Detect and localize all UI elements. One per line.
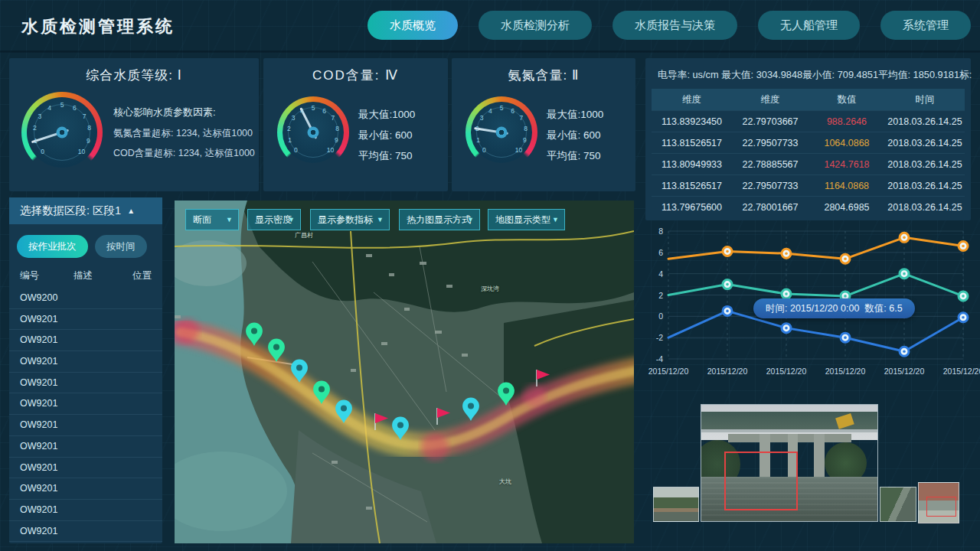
svg-text:2015/12/20: 2015/12/20: [707, 367, 748, 376]
svg-text:6: 6: [658, 248, 663, 257]
cell-lng: 113.81526517: [652, 138, 732, 148]
stat-label: 最小值:: [358, 129, 392, 141]
stat-label: 最大值:: [547, 109, 580, 120]
timeseries-chart[interactable]: -4-2024682015/12/202015/12/202015/12/202…: [645, 222, 971, 384]
photo-bridge-rail: [701, 429, 877, 433]
station-row[interactable]: OW9201: [9, 393, 162, 415]
gauge-hub: [496, 127, 508, 139]
ammonia-gauge: 012345678910: [466, 96, 537, 168]
map-dropdown-1[interactable]: 断面▼: [185, 209, 239, 230]
gauge-hub: [57, 127, 68, 139]
cell-time: 2018.03.26.14.25: [885, 159, 965, 170]
map-dropdown-4[interactable]: 热力图显示方式▼: [399, 209, 480, 230]
map-dropdown-3[interactable]: 显示参数指标▼: [310, 209, 390, 230]
info-title: 核心影响水质参数因素:: [113, 106, 216, 119]
sidebar-table-header: 编号 描述 位置: [20, 269, 152, 282]
gauge-hub: [308, 127, 319, 139]
collapse-icon[interactable]: ▲: [127, 207, 135, 215]
svg-text:-4: -4: [656, 354, 663, 364]
conductivity-table: 维度 维度 数值 时间 113.8392345022.79703667988.2…: [652, 89, 965, 217]
site-photo-thumb[interactable]: [653, 487, 699, 522]
dropdown-label: 断面: [193, 214, 211, 225]
cell-lng: 113.83923450: [652, 116, 732, 127]
panel-ammonia: 氨氮含量: Ⅱ 012345678910 最大值:1000 最小值: 600 平…: [452, 58, 635, 191]
nav: 水质概览水质检测分析水质报告与决策无人船管理系统管理: [368, 11, 971, 40]
map-dropdown-5[interactable]: 地图显示类型▼: [488, 209, 565, 230]
filter-by-batch-button[interactable]: 按作业批次: [17, 235, 88, 258]
svg-text:-2: -2: [656, 333, 663, 342]
station-row[interactable]: OW9201: [9, 351, 162, 373]
gauge-scale-8: 8: [524, 125, 528, 132]
col-pos: 位置: [132, 269, 152, 282]
conductivity-table-header: 维度 维度 数值 时间: [652, 89, 965, 110]
site-photo-main[interactable]: [701, 404, 878, 522]
stat-value: 1000: [580, 109, 603, 120]
section-select[interactable]: 选择数据区段: 区段1 ▲: [9, 197, 162, 224]
site-photo-thumb[interactable]: [880, 487, 916, 522]
station-row[interactable]: OW9201: [9, 330, 162, 351]
cell-lat: 22.79703667: [732, 116, 808, 127]
cell-time: 2018.03.26.14.25: [885, 116, 965, 127]
overall-quality-gauge: 012345678910: [21, 92, 103, 173]
gauge-scale-1: 1: [288, 136, 292, 144]
stat-value: 600: [395, 129, 413, 141]
gauge-scale-0: 0: [41, 148, 44, 155]
gauge-scale-0: 0: [294, 146, 298, 154]
nav-tab-1[interactable]: 水质概览: [368, 11, 458, 40]
nav-tab-2[interactable]: 水质检测分析: [479, 11, 592, 40]
panel-conductivity: 电导率: us/cm 最大值: 3034.9848最小值: 709.4851平均…: [645, 58, 971, 220]
panel-title: COD含量: Ⅳ: [263, 67, 448, 84]
station-row[interactable]: OW9200: [9, 288, 162, 309]
header: 水质检测管理系统 水质概览水质检测分析水质报告与决策无人船管理系统管理: [0, 0, 980, 51]
gauge-scale-10: 10: [327, 146, 334, 154]
nav-tab-4[interactable]: 无人船管理: [758, 11, 860, 40]
conductivity-row[interactable]: 113.8152651722.795077331064.08682018.03.…: [652, 132, 965, 153]
site-photo-thumb[interactable]: [918, 482, 959, 523]
nav-tab-3[interactable]: 水质报告与决策: [612, 11, 737, 40]
stat-label: 最大值:: [358, 109, 392, 120]
station-row[interactable]: OW9201: [9, 500, 162, 521]
dropdown-label: 地图显示类型: [495, 214, 550, 225]
thumb-annotation-box: [926, 497, 956, 516]
gauge-scale-6: 6: [511, 107, 514, 115]
station-row[interactable]: OW9201: [9, 436, 162, 458]
photo-pillar: [814, 434, 825, 478]
map[interactable]: 广昌村 深坑湾 大坑 断面▼显示密度▼显示参数指标▼热力图显示方式▼地图显示类型…: [175, 201, 634, 543]
dropdown-label: 显示参数指标: [318, 214, 373, 225]
gauge-scale-3: 3: [38, 112, 41, 120]
station-row[interactable]: OW9201: [9, 458, 162, 479]
station-row[interactable]: OW9201: [9, 415, 162, 436]
dropdown-label: 显示密度: [255, 214, 292, 225]
col-desc: 描述: [74, 269, 132, 282]
cell-lat: 22.78001667: [732, 202, 808, 213]
station-row[interactable]: OW9201: [9, 478, 162, 500]
chart-tooltip: 时间: 2015/12/20 0:00 数值: 6.5: [753, 298, 915, 318]
gauge-scale-9: 9: [87, 137, 90, 145]
conductivity-row[interactable]: 113.8152651722.795077331164.08682018.03.…: [652, 174, 965, 196]
conductivity-body: 113.8392345022.79703667988.26462018.03.2…: [652, 110, 965, 217]
svg-text:2015/12/20: 2015/12/20: [943, 367, 980, 376]
gauge-scale-10: 10: [515, 146, 522, 154]
conductivity-row[interactable]: 113.7967560022.780016672804.69852018.03.…: [652, 196, 965, 217]
nav-tab-5[interactable]: 系统管理: [880, 11, 971, 40]
cell-lng: 113.79675600: [652, 202, 732, 213]
svg-text:2015/12/20: 2015/12/20: [825, 367, 866, 376]
panel-cod: COD含量: Ⅳ 012345678910 最大值:1000 最小值: 600 …: [263, 58, 448, 191]
panel-title: 氨氮含量: Ⅱ: [452, 67, 635, 84]
chevron-down-icon: ▼: [288, 210, 295, 230]
sidebar-rows: OW9200OW9201OW9201OW9201OW9201OW9201OW92…: [9, 288, 162, 542]
station-row[interactable]: OW9201: [9, 521, 162, 543]
station-row[interactable]: OW9201: [9, 309, 162, 331]
tooltip-value-label: 数值:: [864, 303, 886, 314]
col-time: 时间: [885, 93, 965, 106]
station-row[interactable]: OW9201: [9, 373, 162, 394]
map-place-label: 广昌村: [295, 231, 313, 240]
filter-by-time-button[interactable]: 按时间: [95, 235, 147, 258]
gauge-scale-7: 7: [519, 114, 523, 122]
conductivity-row[interactable]: 113.8392345022.79703667988.26462018.03.2…: [652, 110, 965, 132]
conductivity-row[interactable]: 113.8094993322.788855671424.76182018.03.…: [652, 153, 965, 174]
cell-lat: 22.78885567: [732, 159, 808, 170]
gauge-scale-3: 3: [292, 114, 296, 122]
photo-annotation-box: [724, 452, 798, 510]
map-dropdown-2[interactable]: 显示密度▼: [247, 209, 301, 230]
